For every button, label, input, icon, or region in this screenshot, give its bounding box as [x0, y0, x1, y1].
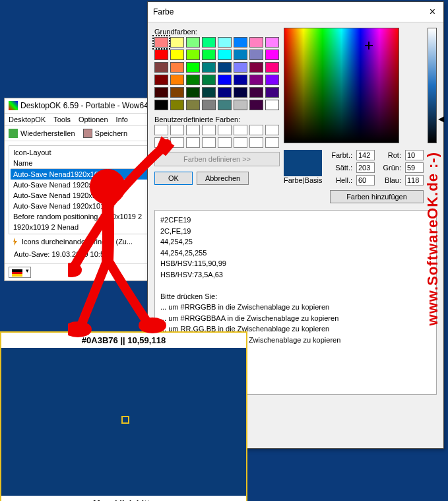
color-swatch[interactable]	[170, 37, 184, 48]
custom-swatch[interactable]	[186, 137, 200, 148]
preview-header: #0A3B76 || 10,59,118	[1, 333, 246, 348]
custom-swatch[interactable]	[154, 137, 168, 148]
color-swatch[interactable]	[186, 50, 200, 60]
color-swatch[interactable]	[218, 75, 232, 85]
color-swatch[interactable]	[202, 50, 216, 60]
custom-colors-label: Benutzerdefinierte Farben:	[154, 116, 280, 123]
color-swatch[interactable]	[249, 87, 263, 98]
color-swatch[interactable]	[154, 50, 168, 60]
color-swatch[interactable]	[186, 100, 200, 110]
custom-colors-grid	[154, 125, 280, 148]
color-spectrum[interactable]	[284, 28, 399, 143]
color-swatch[interactable]	[202, 100, 216, 110]
preview-canvas[interactable]	[1, 348, 246, 496]
color-swatch[interactable]	[186, 62, 200, 73]
custom-swatch[interactable]	[265, 125, 279, 135]
color-swatch[interactable]	[202, 87, 216, 98]
color-swatch[interactable]	[249, 100, 263, 110]
color-swatch[interactable]	[234, 37, 247, 48]
color-swatch[interactable]	[234, 62, 247, 73]
info-line: HSB/HSV:115,90,99	[160, 258, 431, 269]
custom-swatch[interactable]	[202, 137, 216, 148]
info-line	[160, 280, 431, 291]
color-swatch[interactable]	[218, 100, 232, 110]
flag-de-icon	[12, 269, 22, 277]
custom-swatch[interactable]	[218, 125, 232, 135]
color-swatch[interactable]	[186, 87, 200, 98]
color-swatch[interactable]	[249, 50, 263, 60]
color-swatch[interactable]	[234, 87, 247, 98]
language-select[interactable]	[9, 267, 31, 278]
color-swatch[interactable]	[249, 37, 263, 48]
color-swatch[interactable]	[218, 62, 232, 73]
add-color-button[interactable]: Farben hinzufügen	[330, 190, 424, 203]
blue-input[interactable]	[405, 175, 424, 185]
custom-swatch[interactable]	[170, 137, 184, 148]
custom-swatch[interactable]	[265, 137, 279, 148]
crosshair-icon	[365, 42, 373, 50]
green-input[interactable]	[405, 162, 424, 173]
hue-input[interactable]	[356, 150, 375, 160]
color-swatch[interactable]	[170, 50, 184, 60]
save-icon	[83, 129, 92, 138]
watermark-text: www.SoftwareOK.de :-)	[424, 152, 441, 325]
cancel-button[interactable]: Abbrechen	[197, 172, 249, 185]
color-swatch[interactable]	[249, 62, 263, 73]
color-swatch[interactable]	[265, 87, 279, 98]
color-swatch[interactable]	[249, 75, 263, 85]
color-swatch[interactable]	[265, 100, 279, 110]
slider-arrow-icon: ◀	[438, 114, 444, 123]
color-swatch[interactable]	[265, 75, 279, 85]
color-swatch[interactable]	[170, 100, 184, 110]
color-swatch[interactable]	[234, 75, 247, 85]
save-button[interactable]: Speichern	[83, 129, 128, 138]
custom-swatch[interactable]	[249, 125, 263, 135]
color-swatch[interactable]	[202, 75, 216, 85]
menu-item[interactable]: DesktopOK	[9, 116, 46, 123]
info-line: ... um #RRGGBBAA in die Zwischenablage z…	[160, 313, 431, 324]
ok-button[interactable]: OK	[154, 172, 193, 185]
color-swatch[interactable]	[265, 50, 279, 60]
dialog-titlebar[interactable]: Farbe ×	[148, 2, 443, 22]
lum-input[interactable]	[356, 175, 375, 185]
custom-swatch[interactable]	[218, 137, 232, 148]
color-swatch[interactable]	[186, 75, 200, 85]
color-swatch[interactable]	[170, 62, 184, 73]
custom-swatch[interactable]	[234, 125, 247, 135]
color-swatch[interactable]	[154, 100, 168, 110]
color-swatch[interactable]	[234, 50, 247, 60]
menu-item[interactable]: Optionen	[79, 116, 108, 123]
color-swatch[interactable]	[202, 62, 216, 73]
luminance-slider[interactable]: ◀	[428, 28, 437, 143]
color-pick-preview: #0A3B76 || 10,59,118 Mausklick bitte	[0, 331, 247, 501]
pick-marker-icon	[121, 416, 129, 424]
menu-item[interactable]: Tools	[53, 116, 71, 123]
info-line: HSB/HSV:73,5A,63	[160, 269, 431, 281]
color-swatch[interactable]	[170, 75, 184, 85]
custom-swatch[interactable]	[249, 137, 263, 148]
restore-icon	[9, 129, 18, 138]
close-button[interactable]: ×	[427, 6, 438, 18]
color-swatch[interactable]	[154, 87, 168, 98]
color-swatch[interactable]	[154, 37, 168, 48]
custom-swatch[interactable]	[154, 125, 168, 135]
color-swatch[interactable]	[234, 100, 247, 110]
restore-button[interactable]: Wiederherstellen	[9, 129, 75, 138]
custom-swatch[interactable]	[186, 125, 200, 135]
color-swatch[interactable]	[202, 37, 216, 48]
red-input[interactable]	[405, 150, 424, 160]
color-swatch[interactable]	[170, 87, 184, 98]
color-swatch[interactable]	[186, 37, 200, 48]
color-swatch[interactable]	[154, 75, 168, 85]
color-swatch[interactable]	[154, 62, 168, 73]
menu-item[interactable]: Info	[116, 116, 128, 123]
color-swatch[interactable]	[265, 37, 279, 48]
custom-swatch[interactable]	[202, 125, 216, 135]
custom-swatch[interactable]	[234, 137, 247, 148]
color-swatch[interactable]	[218, 87, 232, 98]
color-swatch[interactable]	[265, 62, 279, 73]
color-swatch[interactable]	[218, 37, 232, 48]
sat-input[interactable]	[356, 162, 375, 173]
color-swatch[interactable]	[218, 50, 232, 60]
custom-swatch[interactable]	[170, 125, 184, 135]
